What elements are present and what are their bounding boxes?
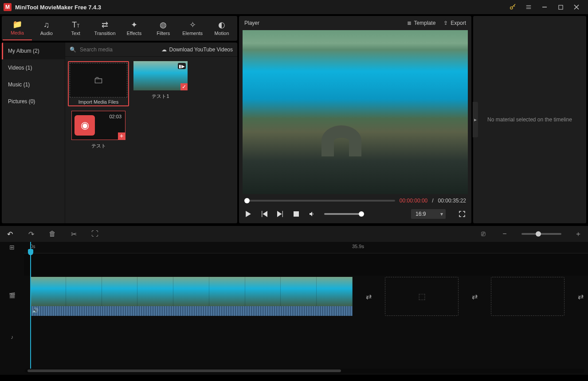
player-title: Player: [244, 20, 259, 26]
cat-pictures[interactable]: Pictures (0): [2, 93, 65, 110]
volume-slider[interactable]: [324, 213, 364, 215]
app-logo-icon: M: [4, 3, 12, 11]
edit-toolbar: ↶ ↷ 🗑 ✂ ⛶ ⎚ − ＋: [0, 226, 588, 242]
tab-transition[interactable]: ⇄Transition: [90, 16, 120, 40]
add-track-button[interactable]: ⊞: [0, 242, 24, 253]
player-panel: Player ≣ Template ⇪ Export 00:00:00:00 /…: [239, 16, 471, 223]
next-frame-button[interactable]: [276, 210, 284, 218]
seek-bar[interactable]: [244, 200, 395, 202]
svg-rect-2: [294, 211, 299, 217]
import-label: Import Media Files: [70, 99, 127, 105]
zoom-out-button[interactable]: −: [500, 230, 509, 238]
tab-effects[interactable]: ✦Effects: [120, 16, 149, 40]
empty-clip-slot[interactable]: [491, 277, 564, 316]
tab-audio[interactable]: ♫Audio: [32, 16, 61, 40]
zoom-in-button[interactable]: ＋: [574, 229, 583, 239]
export-button[interactable]: ⇪ Export: [443, 20, 466, 26]
media-label: テスト: [91, 143, 106, 149]
zoom-slider[interactable]: [521, 233, 561, 235]
crop-button[interactable]: ⛶: [90, 230, 99, 238]
video-track-icon: 🎬: [0, 275, 24, 316]
media-panel: 📁Media ♫Audio TTText ⇄Transition ✦Effect…: [2, 16, 237, 223]
import-media-button[interactable]: 🗀 Import Media Files: [68, 61, 129, 106]
cat-videos[interactable]: Videos (1): [2, 59, 65, 76]
duration-label: 02:03: [109, 114, 122, 119]
svg-rect-1: [558, 5, 562, 9]
menu-icon[interactable]: [521, 0, 537, 14]
media-label: テスト1: [152, 93, 169, 100]
layers-icon: ≣: [407, 20, 412, 26]
snap-button[interactable]: ⎚: [479, 230, 488, 238]
timeline: ⊞ 🎬 ♪ 0s 35.9s 🔊 ⇄ ⬚ ⇄ ⇄: [0, 242, 588, 375]
cloud-download-icon: ☁: [161, 47, 167, 53]
search-input[interactable]: [80, 47, 158, 53]
maximize-button[interactable]: [553, 0, 568, 14]
media-grid: 🗀 Import Media Files ▮▶ ✓ テスト1 ◉: [65, 57, 237, 223]
media-item-audio[interactable]: ◉ 02:03 ＋ テスト: [70, 111, 127, 149]
audio-track-icon: ♪: [0, 316, 24, 358]
inspector-panel: ▸ No material selected on the timeline: [473, 16, 586, 223]
media-item-video[interactable]: ▮▶ ✓ テスト1: [132, 61, 189, 106]
text-icon: TT: [72, 21, 79, 29]
app-title: MiniTool MovieMaker Free 7.4.3: [15, 4, 101, 11]
media-category-list: My Album (2) Videos (1) Music (1) Pictur…: [2, 43, 65, 223]
export-icon: ⇪: [443, 20, 448, 26]
delete-button[interactable]: 🗑: [48, 230, 57, 238]
total-time: 00:00:35:22: [438, 198, 466, 204]
fx-track[interactable]: [24, 253, 588, 276]
timeline-scrollbar[interactable]: [25, 369, 584, 373]
transition-slot-icon[interactable]: ⇄: [361, 289, 376, 304]
transition-icon: ⇄: [102, 21, 108, 29]
audio-track[interactable]: [24, 317, 588, 359]
transition-slot-icon[interactable]: ⇄: [573, 289, 588, 304]
cat-music[interactable]: Music (1): [2, 76, 65, 93]
sparkle-icon: ✦: [131, 21, 137, 29]
video-track[interactable]: 🔊 ⇄ ⬚ ⇄ ⇄: [24, 276, 588, 317]
motion-icon: ◐: [218, 21, 225, 29]
speaker-icon: 🔊: [32, 307, 39, 314]
check-icon: ✓: [180, 83, 188, 90]
prev-frame-button[interactable]: [260, 210, 268, 218]
title-bar: M MiniTool MovieMaker Free 7.4.3: [0, 0, 588, 14]
player-viewport[interactable]: [243, 30, 468, 194]
folder-icon: 📁: [12, 20, 22, 28]
play-button[interactable]: [244, 210, 252, 218]
download-youtube-button[interactable]: ☁ Download YouTube Videos: [161, 47, 233, 53]
minimize-button[interactable]: [537, 0, 553, 14]
tab-filters[interactable]: ◍Filters: [149, 16, 178, 40]
close-button[interactable]: [568, 0, 584, 14]
search-icon: 🔍: [70, 47, 76, 53]
tab-elements[interactable]: ✧Elements: [178, 16, 207, 40]
playhead[interactable]: [30, 242, 31, 369]
fullscreen-button[interactable]: [458, 210, 466, 218]
current-time: 00:00:00:00: [400, 198, 427, 204]
video-badge-icon: ▮▶: [178, 63, 186, 69]
redo-button[interactable]: ↷: [27, 230, 35, 238]
audio-disc-icon: ◉: [74, 115, 95, 136]
tab-motion[interactable]: ◐Motion: [207, 16, 236, 40]
volume-button[interactable]: [308, 210, 316, 218]
inspector-empty-label: No material selected on the timeline: [487, 117, 572, 123]
aspect-ratio-select[interactable]: 16:9: [411, 209, 446, 219]
tab-media[interactable]: 📁Media: [3, 16, 32, 40]
folder-open-icon: 🗀: [94, 74, 103, 86]
cat-my-album[interactable]: My Album (2): [2, 43, 65, 59]
stop-button[interactable]: [292, 210, 300, 218]
add-icon[interactable]: ＋: [118, 132, 125, 140]
music-note-icon: ♫: [43, 21, 50, 29]
tab-text[interactable]: TTText: [61, 16, 90, 40]
undo-button[interactable]: ↶: [5, 230, 14, 238]
split-button[interactable]: ✂: [69, 230, 78, 238]
key-icon[interactable]: [505, 0, 521, 14]
time-ruler[interactable]: 0s 35.9s: [24, 242, 588, 253]
collapse-inspector-button[interactable]: ▸: [473, 102, 478, 137]
transition-slot-icon[interactable]: ⇄: [467, 289, 482, 304]
video-clip[interactable]: 🔊: [30, 277, 353, 316]
empty-clip-slot[interactable]: ⬚: [385, 277, 459, 316]
template-button[interactable]: ≣ Template: [407, 20, 436, 26]
main-toolbar: 📁Media ♫Audio TTText ⇄Transition ✦Effect…: [2, 16, 237, 41]
star-icon: ✧: [189, 21, 196, 29]
venn-icon: ◍: [160, 21, 167, 29]
